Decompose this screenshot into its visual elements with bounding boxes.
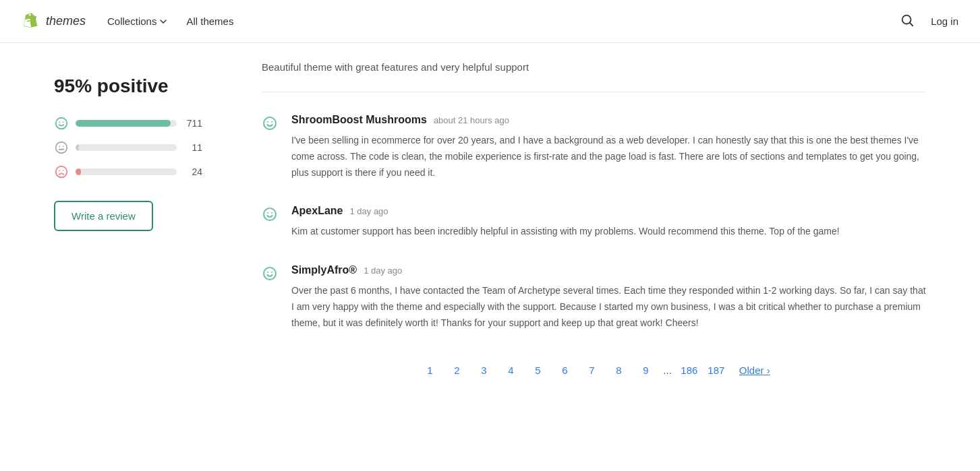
review-happy-icon-3 bbox=[262, 264, 278, 331]
main-nav: themes Collections All themes Log in bbox=[0, 0, 980, 43]
reviewer-name-1: ShroomBoost Mushrooms bbox=[291, 114, 427, 126]
svg-point-18 bbox=[264, 268, 276, 280]
page-186[interactable]: 186 bbox=[677, 358, 701, 383]
page-9[interactable]: 9 bbox=[633, 358, 658, 383]
happy-icon bbox=[54, 116, 69, 131]
pagination: 1 2 3 4 5 6 7 8 9 ... 186 187 Older › bbox=[262, 358, 926, 383]
reviewer-name-3: SimplyAfro® bbox=[291, 264, 357, 276]
positive-bar-bg bbox=[76, 120, 177, 127]
page-8[interactable]: 8 bbox=[606, 358, 631, 383]
featured-review-text: Beautiful theme with great features and … bbox=[262, 59, 926, 75]
all-themes-link[interactable]: All themes bbox=[186, 15, 233, 27]
review-time-2: 1 day ago bbox=[349, 206, 388, 216]
page-5[interactable]: 5 bbox=[525, 358, 550, 383]
reviews-panel: Beautiful theme with great features and … bbox=[229, 43, 980, 415]
svg-point-12 bbox=[264, 117, 276, 129]
review-content-1: ShroomBoost Mushrooms about 21 hours ago… bbox=[291, 114, 926, 181]
review-item: SimplyAfro® 1 day ago Over the past 6 mo… bbox=[262, 264, 926, 331]
sidebar: 95% positive 711 bbox=[0, 43, 229, 415]
review-header-2: ApexLane 1 day ago bbox=[291, 205, 926, 217]
page-3[interactable]: 3 bbox=[471, 358, 496, 383]
neutral-icon bbox=[54, 140, 69, 155]
positive-count: 711 bbox=[183, 118, 202, 129]
logo-text: themes bbox=[46, 14, 86, 28]
pagination-ellipsis: ... bbox=[660, 365, 674, 376]
page-1[interactable]: 1 bbox=[417, 358, 442, 383]
review-happy-icon-2 bbox=[262, 205, 278, 240]
featured-review: Beautiful theme with great features and … bbox=[262, 59, 926, 92]
review-happy-icon-1 bbox=[262, 114, 278, 181]
review-text-2: Kim at customer support has been incredi… bbox=[291, 224, 926, 240]
review-header-3: SimplyAfro® 1 day ago bbox=[291, 264, 926, 276]
page-2[interactable]: 2 bbox=[444, 358, 469, 383]
shopify-logo-icon bbox=[22, 12, 40, 31]
svg-point-2 bbox=[56, 118, 67, 129]
positive-rating-row: 711 bbox=[54, 116, 202, 131]
write-review-button[interactable]: Write a review bbox=[54, 201, 153, 231]
sad-icon bbox=[54, 164, 69, 179]
svg-point-0 bbox=[902, 15, 911, 24]
positive-bar-fill bbox=[76, 120, 171, 127]
chevron-down-icon bbox=[159, 18, 167, 26]
neutral-bar-bg bbox=[76, 144, 177, 151]
review-content-2: ApexLane 1 day ago Kim at customer suppo… bbox=[291, 205, 926, 240]
page-4[interactable]: 4 bbox=[498, 358, 523, 383]
logo-link[interactable]: themes bbox=[22, 12, 86, 31]
nav-right: Log in bbox=[900, 13, 958, 30]
rating-bar-group: 711 11 bbox=[54, 116, 202, 179]
page-7[interactable]: 7 bbox=[579, 358, 604, 383]
svg-point-15 bbox=[264, 208, 276, 220]
page-container: 95% positive 711 bbox=[0, 43, 980, 415]
negative-rating-row: 24 bbox=[54, 164, 202, 179]
negative-bar-bg bbox=[76, 168, 177, 175]
negative-count: 24 bbox=[183, 166, 202, 177]
page-187[interactable]: 187 bbox=[704, 358, 728, 383]
review-text-3: Over the past 6 months, I have contacted… bbox=[291, 283, 926, 331]
review-item: ApexLane 1 day ago Kim at customer suppo… bbox=[262, 205, 926, 240]
neutral-rating-row: 11 bbox=[54, 140, 202, 155]
svg-point-5 bbox=[56, 142, 67, 154]
reviewer-name-2: ApexLane bbox=[291, 205, 343, 217]
neutral-bar-fill bbox=[76, 144, 79, 151]
older-link[interactable]: Older › bbox=[739, 365, 770, 376]
review-content-3: SimplyAfro® 1 day ago Over the past 6 mo… bbox=[291, 264, 926, 331]
review-item: ShroomBoost Mushrooms about 21 hours ago… bbox=[262, 114, 926, 181]
search-icon[interactable] bbox=[900, 13, 915, 30]
negative-bar-fill bbox=[76, 168, 81, 175]
page-6[interactable]: 6 bbox=[552, 358, 577, 383]
review-time-1: about 21 hours ago bbox=[434, 115, 509, 125]
review-time-3: 1 day ago bbox=[364, 265, 402, 276]
svg-point-9 bbox=[56, 166, 67, 178]
svg-line-1 bbox=[910, 23, 913, 26]
login-link[interactable]: Log in bbox=[931, 15, 958, 27]
review-text-1: I've been selling in ecommerce for over … bbox=[291, 133, 926, 181]
nav-links: Collections All themes bbox=[107, 15, 233, 27]
review-header-1: ShroomBoost Mushrooms about 21 hours ago bbox=[291, 114, 926, 126]
positive-percent: 95% positive bbox=[54, 75, 202, 97]
collections-link[interactable]: Collections bbox=[107, 15, 167, 27]
neutral-count: 11 bbox=[183, 142, 202, 153]
